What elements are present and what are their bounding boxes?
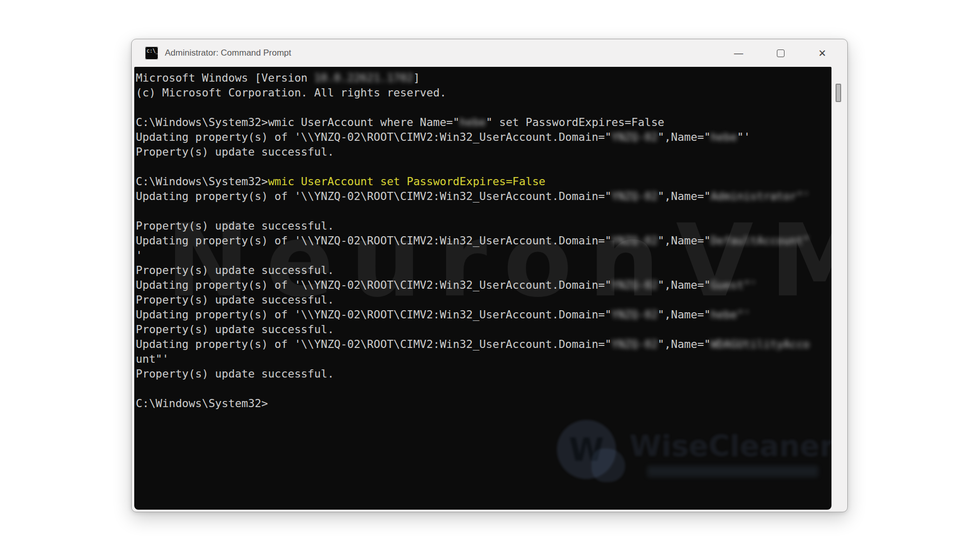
console-text: Property(s) update successful. [136, 218, 334, 233]
console-line [136, 159, 831, 174]
console-line: Updating property(s) of '\\YNZQ-02\ROOT\… [136, 130, 831, 144]
console-text: wmic UserAccount set PasswordExpires=Fal… [268, 174, 546, 189]
console-text: "' [737, 130, 750, 144]
redacted-text: hebe [459, 115, 486, 130]
console-text: (c) Microsoft Corporation. All rights re… [136, 85, 446, 100]
console-text: Property(s) update successful. [136, 144, 334, 159]
redacted-text: YNZQ-02 [611, 189, 658, 204]
console-line: Updating property(s) of '\\YNZQ-02\ROOT\… [136, 307, 831, 322]
console-text: Updating property(s) of '\\YNZQ-02\ROOT\… [136, 130, 611, 144]
console-line: C:\Windows\System32> [136, 396, 831, 411]
console-line: Property(s) update successful. [136, 292, 831, 307]
console-text: ' [136, 248, 142, 263]
redacted-text: YNZQ-02 [611, 130, 658, 144]
redacted-text: DefaultAccount" [710, 233, 810, 248]
console-text: ",Name=" [658, 130, 711, 144]
console-text: Property(s) update successful. [136, 366, 334, 381]
console-line: (c) Microsoft Corporation. All rights re… [136, 85, 831, 100]
console-text: ",Name=" [658, 278, 711, 292]
redacted-text: hebe"' [710, 307, 750, 322]
console-text: ",Name=" [658, 233, 711, 248]
redacted-text: YNZQ-02 [611, 233, 658, 248]
console-text: Updating property(s) of '\\YNZQ-02\ROOT\… [136, 233, 611, 248]
console-text: Updating property(s) of '\\YNZQ-02\ROOT\… [136, 189, 611, 204]
close-icon: ✕ [818, 48, 826, 58]
console-line: Property(s) update successful. [136, 322, 831, 337]
console-text: C:\Windows\System32> [136, 174, 268, 189]
console-text: C:\Windows\System32> [136, 396, 268, 411]
console-text: C:\Windows\System32>wmic UserAccount whe… [136, 115, 459, 130]
maximize-icon [777, 49, 785, 57]
console-text: " set PasswordExpires=False [486, 115, 665, 130]
window-title: Administrator: Command Prompt [165, 48, 291, 58]
console-text: Property(s) update successful. [136, 263, 334, 278]
console-line: C:\Windows\System32>wmic UserAccount set… [136, 174, 831, 189]
window-titlebar[interactable]: c:\_ Administrator: Command Prompt — ✕ [132, 39, 847, 67]
console-line: Property(s) update successful. [136, 263, 831, 278]
close-button[interactable]: ✕ [801, 39, 843, 67]
window-controls: — ✕ [718, 39, 843, 67]
console-text: Property(s) update successful. [136, 292, 334, 307]
console-line: Updating property(s) of '\\YNZQ-02\ROOT\… [136, 278, 831, 292]
redacted-text: Administrator"' [710, 189, 810, 204]
minimize-icon: — [734, 48, 743, 58]
redacted-text: Guest"' [710, 278, 757, 292]
console-area: NeuronVM W WiseCleaner Microsoft Windows… [134, 67, 831, 510]
console-line [136, 204, 831, 218]
console-line: unt"' [136, 352, 831, 366]
redacted-text: YNZQ-02 [611, 307, 658, 322]
console-text: ",Name=" [658, 307, 711, 322]
console-text: Updating property(s) of '\\YNZQ-02\ROOT\… [136, 337, 611, 352]
console-text: Property(s) update successful. [136, 322, 334, 337]
console-text: ",Name=" [658, 189, 711, 204]
maximize-button[interactable] [760, 39, 801, 67]
console-line: Updating property(s) of '\\YNZQ-02\ROOT\… [136, 233, 831, 248]
redacted-text: hebe [710, 130, 737, 144]
console-line [136, 100, 831, 115]
scrollbar-thumb[interactable] [836, 84, 841, 102]
redacted-text: YNZQ-02 [611, 278, 658, 292]
console-line: ' [136, 248, 831, 263]
console-line [136, 381, 831, 396]
console-text: ] [413, 70, 420, 85]
console-text: ",Name=" [658, 337, 711, 352]
console-line: Updating property(s) of '\\YNZQ-02\ROOT\… [136, 337, 831, 352]
console-line: Property(s) update successful. [136, 144, 831, 159]
console-line: Microsoft Windows [Version 10.0.22621.17… [136, 70, 831, 85]
console-text: unt"' [136, 352, 169, 366]
console-text: Updating property(s) of '\\YNZQ-02\ROOT\… [136, 278, 611, 292]
redacted-text: 10.0.22621.1702 [314, 70, 413, 85]
console-output[interactable]: Microsoft Windows [Version 10.0.22621.17… [134, 67, 831, 510]
console-line: Property(s) update successful. [136, 218, 831, 233]
cmd-app-icon[interactable]: c:\_ [145, 46, 158, 60]
console-text: Microsoft Windows [Version [136, 70, 314, 85]
console-line: C:\Windows\System32>wmic UserAccount whe… [136, 115, 831, 130]
console-line: Updating property(s) of '\\YNZQ-02\ROOT\… [136, 189, 831, 204]
redacted-text: WDAGUtilityAcco [710, 337, 810, 352]
command-prompt-window: c:\_ Administrator: Command Prompt — ✕ N… [131, 39, 848, 512]
console-line: Property(s) update successful. [136, 366, 831, 381]
console-text: Updating property(s) of '\\YNZQ-02\ROOT\… [136, 307, 611, 322]
redacted-text: YNZQ-02 [611, 337, 658, 352]
minimize-button[interactable]: — [718, 39, 760, 67]
